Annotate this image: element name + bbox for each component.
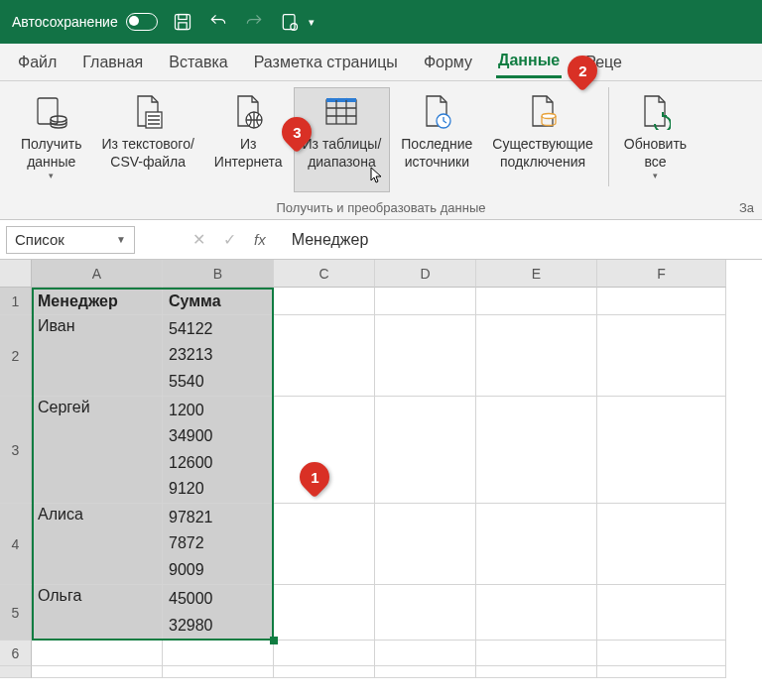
svg-point-11 bbox=[542, 114, 556, 119]
cell[interactable] bbox=[375, 397, 476, 504]
cell[interactable]: Сергей bbox=[32, 397, 163, 504]
existing-connections-button[interactable]: Существующие подключения bbox=[483, 87, 601, 192]
cell[interactable] bbox=[476, 315, 597, 397]
cell[interactable] bbox=[476, 288, 597, 315]
chevron-down-icon: ▾ bbox=[653, 171, 658, 181]
cell[interactable] bbox=[476, 666, 597, 678]
row-header[interactable]: 5 bbox=[0, 585, 32, 641]
cell[interactable] bbox=[476, 585, 597, 641]
column-header[interactable]: A bbox=[32, 260, 163, 288]
formula-bar: Список ▼ ✕ ✓ fx Менеджер bbox=[0, 220, 762, 260]
cell[interactable] bbox=[274, 504, 375, 585]
get-data-button[interactable]: Получить данные ▾ bbox=[12, 87, 91, 192]
cell[interactable]: Менеджер bbox=[32, 288, 163, 315]
row-header[interactable]: 4 bbox=[0, 504, 32, 585]
row-header[interactable]: 1 bbox=[0, 288, 32, 315]
cell[interactable] bbox=[597, 585, 726, 641]
tab-layout[interactable]: Разметка страницы bbox=[252, 48, 400, 77]
cell[interactable] bbox=[375, 641, 476, 666]
cell[interactable]: 45000 32980 bbox=[163, 585, 274, 641]
save-icon[interactable] bbox=[172, 11, 193, 33]
title-bar: Автосохранение ▾ bbox=[0, 0, 762, 44]
cell[interactable]: 54122 23213 5540 bbox=[163, 315, 274, 397]
column-header[interactable]: E bbox=[476, 260, 597, 288]
tab-formulas[interactable]: Форму bbox=[422, 48, 474, 77]
cell[interactable] bbox=[274, 641, 375, 666]
cell[interactable] bbox=[375, 585, 476, 641]
from-web-button[interactable]: Из Интернета bbox=[205, 87, 292, 192]
svg-rect-5 bbox=[38, 98, 58, 124]
name-box[interactable]: Список ▼ bbox=[6, 226, 135, 254]
cell[interactable] bbox=[597, 397, 726, 504]
cell[interactable] bbox=[375, 504, 476, 585]
tab-home[interactable]: Главная bbox=[80, 48, 145, 77]
cell[interactable] bbox=[597, 315, 726, 397]
spreadsheet-grid[interactable]: 123456 ABCDEF МенеджерСуммаИван54122 232… bbox=[0, 260, 762, 678]
ribbon-btn-label: Из таблицы/ диапазона bbox=[303, 136, 382, 171]
row-header[interactable]: 6 bbox=[0, 641, 32, 666]
row-header[interactable] bbox=[0, 666, 32, 678]
ribbon-btn-label: Существующие подключения bbox=[492, 136, 592, 171]
svg-rect-9 bbox=[326, 100, 356, 124]
cell[interactable] bbox=[274, 315, 375, 397]
cancel-icon[interactable]: ✕ bbox=[192, 230, 205, 249]
dropdown-icon[interactable]: ▾ bbox=[309, 16, 315, 29]
file-globe-icon bbox=[232, 92, 264, 132]
cell[interactable] bbox=[32, 641, 163, 666]
from-csv-button[interactable]: Из текстового/ CSV-файла bbox=[93, 87, 203, 192]
table-row bbox=[32, 641, 762, 666]
cell[interactable] bbox=[274, 288, 375, 315]
row-header[interactable]: 3 bbox=[0, 397, 32, 504]
column-headers: ABCDEF bbox=[32, 260, 762, 288]
cell[interactable] bbox=[476, 397, 597, 504]
cell[interactable] bbox=[32, 666, 163, 678]
tab-insert[interactable]: Вставка bbox=[167, 48, 229, 77]
ribbon-group-label: Получить и преобразовать данные bbox=[0, 200, 762, 215]
fx-icon[interactable]: fx bbox=[254, 231, 266, 248]
cell[interactable] bbox=[476, 641, 597, 666]
refresh-icon bbox=[639, 92, 671, 132]
chevron-down-icon: ▼ bbox=[116, 234, 126, 245]
autosave-toggle[interactable]: Автосохранение bbox=[12, 13, 158, 31]
cell[interactable]: Сумма bbox=[163, 288, 274, 315]
file-clock-icon bbox=[421, 92, 452, 132]
cell[interactable] bbox=[163, 641, 274, 666]
cell[interactable]: 1200 34900 12600 9120 bbox=[163, 397, 274, 504]
cell[interactable] bbox=[163, 666, 274, 678]
cell[interactable]: Ольга bbox=[32, 585, 163, 641]
enter-icon[interactable]: ✓ bbox=[223, 230, 236, 249]
column-header[interactable]: D bbox=[375, 260, 476, 288]
cell[interactable] bbox=[375, 666, 476, 678]
row-header[interactable]: 2 bbox=[0, 315, 32, 397]
column-header[interactable]: B bbox=[163, 260, 274, 288]
redo-icon[interactable] bbox=[243, 11, 265, 33]
cell[interactable]: Иван bbox=[32, 315, 163, 397]
cell[interactable] bbox=[375, 315, 476, 397]
formula-value[interactable]: Менеджер bbox=[284, 231, 369, 249]
chevron-down-icon: ▾ bbox=[49, 171, 54, 181]
cell[interactable] bbox=[375, 288, 476, 315]
tab-file[interactable]: Файл bbox=[16, 48, 59, 77]
cell[interactable] bbox=[597, 641, 726, 666]
table-row: МенеджерСумма bbox=[32, 288, 762, 315]
cell[interactable] bbox=[274, 666, 375, 678]
cell[interactable] bbox=[476, 504, 597, 585]
cell[interactable] bbox=[597, 504, 726, 585]
cell[interactable] bbox=[597, 288, 726, 315]
cell[interactable]: 97821 7872 9009 bbox=[163, 504, 274, 585]
svg-point-6 bbox=[51, 116, 66, 122]
selection-handle[interactable] bbox=[270, 637, 278, 644]
refresh-all-button[interactable]: Обновить все ▾ bbox=[615, 87, 696, 192]
ribbon-btn-label: Получить данные bbox=[21, 136, 82, 171]
undo-icon[interactable] bbox=[207, 11, 229, 33]
column-header[interactable]: F bbox=[597, 260, 726, 288]
touch-mode-icon[interactable] bbox=[279, 11, 301, 33]
toggle-switch-icon bbox=[126, 13, 158, 31]
select-all-corner[interactable] bbox=[0, 260, 32, 288]
cell[interactable]: Алиса bbox=[32, 504, 163, 585]
cell[interactable] bbox=[274, 585, 375, 641]
column-header[interactable]: C bbox=[274, 260, 375, 288]
tab-data[interactable]: Данные bbox=[496, 46, 562, 78]
recent-sources-button[interactable]: Последние источники bbox=[392, 87, 481, 192]
cell[interactable] bbox=[597, 666, 726, 678]
